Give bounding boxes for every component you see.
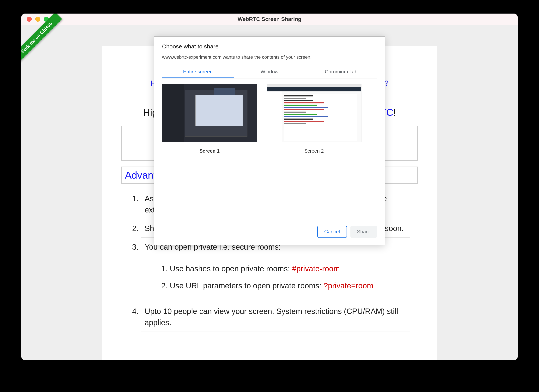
adv-text: As xyxy=(145,194,154,203)
list-item: Upto 10 people can view your screen. Sys… xyxy=(141,302,410,332)
screen-option-2[interactable]: Screen 2 xyxy=(267,84,361,214)
tab-entire-screen[interactable]: Entire screen xyxy=(162,66,234,78)
titlebar: WebRTC Screen Sharing xyxy=(21,14,518,25)
pr-text: Use hashes to open private rooms: xyxy=(170,264,292,273)
list-item: Use URL parameters to open private rooms… xyxy=(170,277,410,294)
cancel-button[interactable]: Cancel xyxy=(317,226,347,238)
screen1-label: Screen 1 xyxy=(162,148,257,154)
dialog-subtitle: www.webrtc-experiment.com wants to share… xyxy=(154,51,385,61)
dialog-title: Choose what to share xyxy=(154,37,385,51)
window-title: WebRTC Screen Sharing xyxy=(21,16,518,22)
private-rooms-list: Use hashes to open private rooms: #priva… xyxy=(162,260,410,294)
pr-code: #private-room xyxy=(292,264,340,273)
screen2-thumbnail[interactable] xyxy=(267,84,361,142)
list-item: Use hashes to open private rooms: #priva… xyxy=(170,260,410,277)
app-window: WebRTC Screen Sharing Fork me on GitHub … xyxy=(21,14,518,360)
pr-text: Use URL parameters to open private rooms… xyxy=(170,281,323,290)
headline-bang: ! xyxy=(393,107,396,118)
content-area: Fork me on GitHub HO w? High RTC! Advant… xyxy=(21,25,518,360)
tab-window[interactable]: Window xyxy=(234,66,305,78)
screen2-label: Screen 2 xyxy=(267,148,361,154)
screen-option-1[interactable]: Screen 1 xyxy=(162,84,257,214)
dialog-body: Screen 1 xyxy=(162,78,377,220)
screen1-thumbnail[interactable] xyxy=(162,84,257,142)
share-button[interactable]: Share xyxy=(351,226,377,238)
tab-chromium-tab[interactable]: Chromium Tab xyxy=(305,66,377,78)
share-dialog: Choose what to share www.webrtc-experime… xyxy=(154,36,385,245)
pr-code: ?private=room xyxy=(323,281,373,290)
dialog-footer: Cancel Share xyxy=(154,220,385,245)
dialog-tabs: Entire screen Window Chromium Tab xyxy=(162,66,377,78)
list-item: You can open private i.e. secure rooms: … xyxy=(141,238,410,302)
